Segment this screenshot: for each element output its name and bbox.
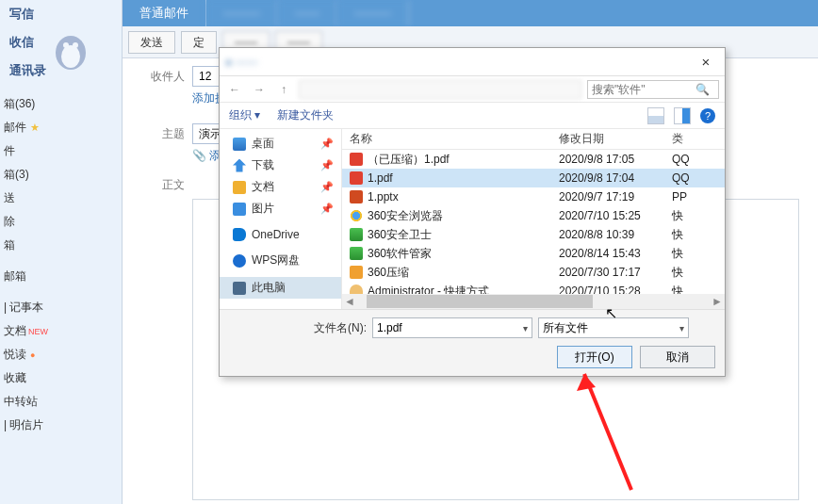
chevron-down-icon[interactable]: ▾ bbox=[523, 323, 528, 333]
file-row[interactable]: Administrator - 快捷方式2020/7/10 15:28快 bbox=[342, 282, 725, 294]
tree-item-桌面[interactable]: 桌面📌 bbox=[220, 133, 341, 154]
schedule-button[interactable]: 定 bbox=[181, 31, 217, 54]
dialog-footer: 文件名(N): 1.pdf▾ 所有文件▾ 打开(O) 取消 bbox=[220, 309, 725, 376]
subject-label: 主题 bbox=[141, 126, 185, 142]
file-row[interactable]: 360软件管家2020/8/14 15:43快 bbox=[342, 244, 725, 263]
dialog-toolbar: 组织 ▾ 新建文件夹 ? bbox=[220, 103, 725, 129]
organize-menu[interactable]: 组织 ▾ bbox=[229, 107, 260, 123]
folder-icon bbox=[233, 138, 246, 151]
sidebar-item[interactable]: 邮件 bbox=[0, 116, 122, 139]
file-icon bbox=[350, 190, 363, 203]
search-input[interactable] bbox=[592, 83, 695, 96]
scroll-right-icon[interactable]: ► bbox=[710, 295, 725, 308]
to-label: 收件人 bbox=[141, 69, 185, 85]
help-icon[interactable]: ? bbox=[700, 108, 715, 123]
col-name[interactable]: 名称 bbox=[342, 131, 559, 147]
sidebar-tool[interactable]: 中转站 bbox=[0, 390, 122, 414]
open-button[interactable]: 打开(O) bbox=[557, 346, 632, 368]
pin-icon: 📌 bbox=[320, 159, 334, 171]
file-icon bbox=[350, 171, 363, 185]
file-name: 360安全浏览器 bbox=[368, 208, 443, 224]
col-date[interactable]: 修改日期 bbox=[559, 131, 672, 147]
file-row[interactable]: （已压缩）1.pdf2020/9/8 17:05QQ bbox=[342, 150, 725, 169]
tab-blurred[interactable]: ——— bbox=[337, 0, 409, 26]
close-icon[interactable]: × bbox=[693, 54, 719, 70]
cancel-button[interactable]: 取消 bbox=[640, 346, 715, 368]
pin-icon: 📌 bbox=[320, 138, 334, 150]
file-type: 快 bbox=[672, 246, 710, 262]
nav-up-icon[interactable]: ↑ bbox=[274, 83, 293, 96]
sidebar-other-mailbox[interactable]: 邮箱 bbox=[0, 265, 122, 288]
breadcrumb-blurred[interactable] bbox=[299, 80, 581, 99]
tree-label: 文档 bbox=[252, 179, 274, 195]
dialog-title-blurred: ● —— bbox=[225, 56, 693, 69]
file-name: 360压缩 bbox=[368, 265, 409, 281]
svg-point-2 bbox=[63, 42, 69, 48]
file-icon bbox=[350, 153, 363, 166]
search-box[interactable]: 🔍 bbox=[587, 80, 719, 99]
sidebar-tool[interactable]: | 明信片 bbox=[0, 414, 122, 437]
tree-item-WPS网盘[interactable]: WPS网盘 bbox=[220, 250, 341, 271]
search-icon[interactable]: 🔍 bbox=[695, 83, 710, 96]
inbox-folder[interactable]: 箱(36) bbox=[0, 92, 122, 116]
file-name: 1.pptx bbox=[368, 190, 399, 203]
tree-item-此电脑[interactable]: 此电脑 bbox=[220, 277, 341, 299]
nav-fwd-icon[interactable]: → bbox=[250, 83, 269, 96]
scroll-left-icon[interactable]: ◄ bbox=[342, 295, 357, 308]
file-name: 360软件管家 bbox=[368, 246, 432, 262]
preview-icon[interactable] bbox=[674, 107, 691, 124]
folder-icon bbox=[233, 159, 246, 172]
tree-item-OneDrive[interactable]: OneDrive bbox=[220, 225, 341, 244]
tree-item-网络[interactable]: 网络 bbox=[220, 304, 341, 309]
folder-icon bbox=[233, 181, 246, 194]
dialog-titlebar: ● —— × bbox=[220, 48, 725, 76]
sidebar-tool[interactable]: 文档NEW bbox=[0, 319, 122, 343]
sidebar-item[interactable]: 件 bbox=[0, 139, 122, 163]
file-date: 2020/9/8 17:04 bbox=[559, 171, 672, 185]
sidebar-item[interactable]: 除 bbox=[0, 210, 122, 234]
tab-blurred[interactable]: ——— bbox=[206, 0, 278, 26]
file-type: PP bbox=[672, 190, 710, 203]
tree-label: 网络 bbox=[252, 307, 274, 309]
penguin-logo bbox=[47, 24, 94, 72]
tree-label: 此电脑 bbox=[252, 280, 286, 296]
tree-item-下载[interactable]: 下载📌 bbox=[220, 154, 341, 176]
folder-icon bbox=[233, 228, 246, 241]
file-row[interactable]: 360安全卫士2020/8/8 10:39快 bbox=[342, 225, 725, 244]
filename-combo[interactable]: 1.pdf▾ bbox=[372, 317, 532, 338]
file-row[interactable]: 360压缩2020/7/30 17:17快 bbox=[342, 263, 725, 282]
tab-normal-mail[interactable]: 普通邮件 bbox=[123, 0, 206, 26]
send-button[interactable]: 发送 bbox=[128, 31, 175, 54]
nav-back-icon[interactable]: ← bbox=[225, 83, 244, 96]
file-icon bbox=[350, 247, 363, 260]
new-folder-button[interactable]: 新建文件夹 bbox=[277, 107, 334, 123]
file-open-dialog: ● —— × ← → ↑ 🔍 组织 ▾ 新建文件夹 ? 桌面📌下载📌文档📌图片📌… bbox=[219, 47, 726, 377]
sidebar-tool[interactable]: | 记事本 bbox=[0, 296, 122, 319]
filter-combo[interactable]: 所有文件▾ bbox=[538, 317, 689, 338]
tab-blurred[interactable]: —— bbox=[278, 0, 337, 26]
compose-tabs: 普通邮件 ——— —— ——— bbox=[123, 0, 818, 26]
view-icon[interactable] bbox=[647, 107, 664, 124]
tree-label: 图片 bbox=[252, 201, 274, 217]
sidebar-item[interactable]: 箱(3) bbox=[0, 163, 122, 187]
col-type[interactable]: 类 bbox=[672, 131, 710, 147]
tree-item-图片[interactable]: 图片📌 bbox=[220, 198, 341, 219]
file-row[interactable]: 1.pptx2020/9/7 17:19PP bbox=[342, 187, 725, 206]
file-list: 名称 修改日期 类 （已压缩）1.pdf2020/9/8 17:05QQ1.pd… bbox=[342, 129, 725, 309]
sidebar-tool[interactable]: 收藏 bbox=[0, 366, 122, 390]
file-row[interactable]: 1.pdf2020/9/8 17:04QQ bbox=[342, 169, 725, 187]
file-row[interactable]: 360安全浏览器2020/7/10 15:25快 bbox=[342, 206, 725, 225]
file-date: 2020/9/7 17:19 bbox=[559, 190, 672, 203]
chevron-down-icon[interactable]: ▾ bbox=[679, 323, 684, 333]
horizontal-scrollbar[interactable]: ◄ ► bbox=[342, 294, 725, 309]
tree-item-文档[interactable]: 文档📌 bbox=[220, 176, 341, 198]
sidebar-item[interactable]: 送 bbox=[0, 187, 122, 210]
scroll-thumb[interactable] bbox=[367, 295, 593, 308]
sidebar-tool[interactable]: 悦读 bbox=[0, 343, 122, 366]
file-name: 360安全卫士 bbox=[368, 227, 432, 243]
file-type: 快 bbox=[672, 284, 710, 295]
file-name: Administrator - 快捷方式 bbox=[368, 284, 489, 295]
file-icon bbox=[350, 285, 363, 294]
sidebar-item[interactable]: 箱 bbox=[0, 234, 122, 257]
mail-sidebar: 写信 收信 通讯录 箱(36) 邮件 件 箱(3) 送 除 箱 邮箱 | 记事本… bbox=[0, 0, 123, 504]
